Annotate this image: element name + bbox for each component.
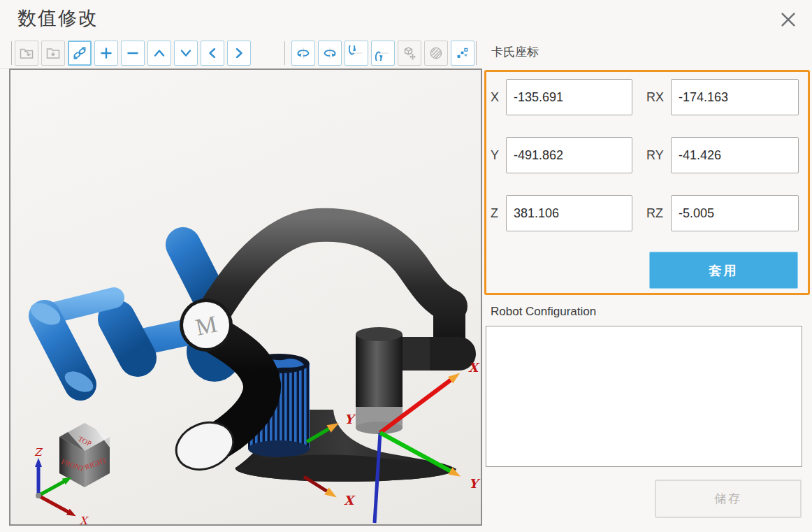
y-input[interactable] <box>506 137 632 173</box>
cartesian-section-title: 卡氏座标 <box>491 44 539 60</box>
tcp-y-label: Y <box>469 476 481 491</box>
scatter-points-button[interactable] <box>451 41 474 66</box>
robot-scene: M Y X X Y <box>10 70 481 524</box>
cartesian-coords-panel: X RX Y RY Z RZ 套用 <box>484 70 810 295</box>
scatter-points-icon <box>455 45 470 61</box>
zoom-in-button[interactable] <box>94 41 118 66</box>
import-folder-button[interactable] <box>41 41 65 66</box>
rx-input[interactable] <box>671 79 799 115</box>
triad-x-label: X <box>80 515 89 524</box>
toolbar-group-view <box>15 41 251 66</box>
rotate-up-icon <box>349 45 364 61</box>
chevron-up-icon <box>152 45 167 61</box>
base-x-label: X <box>344 493 356 508</box>
open-folder-icon <box>19 45 34 61</box>
sphere-shade-button[interactable] <box>424 41 448 66</box>
link-icon <box>72 45 87 61</box>
robot-configuration-list[interactable] <box>486 326 802 467</box>
cube-move-icon <box>402 45 417 61</box>
page-title: 数值修改 <box>17 6 99 31</box>
rz-label: RZ <box>646 195 663 231</box>
pan-right-button[interactable] <box>227 41 251 66</box>
view-cube[interactable]: TOP FRONT RIGHT <box>59 423 110 487</box>
rotate-up-button[interactable] <box>345 41 368 66</box>
toolbar-separator <box>476 41 477 65</box>
rotate-right-icon <box>322 45 338 61</box>
z-input[interactable] <box>506 195 632 231</box>
z-label: Z <box>491 195 498 231</box>
rotate-down-icon <box>375 45 391 61</box>
close-icon <box>778 9 798 30</box>
ry-label: RY <box>646 137 664 173</box>
chevron-down-icon <box>178 45 194 61</box>
pan-up-button[interactable] <box>147 41 171 66</box>
y-label: Y <box>491 137 499 173</box>
minus-icon <box>125 45 140 61</box>
ry-input[interactable] <box>671 137 799 173</box>
pan-left-button[interactable] <box>201 41 224 66</box>
pan-down-button[interactable] <box>174 41 198 66</box>
rz-input[interactable] <box>671 195 799 231</box>
toolbar <box>0 39 482 69</box>
open-folder-button[interactable] <box>15 41 38 66</box>
link-button[interactable] <box>68 41 92 66</box>
robot-arm-black: M <box>169 225 459 482</box>
x-input[interactable] <box>506 79 632 115</box>
toolbar-group-rotate <box>291 41 474 66</box>
toolbar-separator <box>11 41 12 65</box>
rotate-right-button[interactable] <box>318 41 342 66</box>
numeric-edit-dialog: 数值修改 <box>0 0 812 532</box>
3d-viewport[interactable]: M Y X X Y <box>9 69 482 526</box>
rx-label: RX <box>646 79 664 115</box>
x-label: X <box>491 79 499 115</box>
tcp-x-label: X <box>468 360 480 375</box>
import-folder-icon <box>45 45 61 61</box>
chevron-right-icon <box>231 45 247 61</box>
sphere-shade-icon <box>428 45 444 61</box>
zoom-out-button[interactable] <box>121 41 145 66</box>
save-button[interactable]: 储存 <box>655 480 802 518</box>
rotate-left-icon <box>296 45 311 61</box>
base-y-label: Y <box>345 412 356 426</box>
plus-icon <box>99 45 114 61</box>
toolbar-separator <box>284 41 285 65</box>
rotate-left-button[interactable] <box>291 41 315 66</box>
chevron-left-icon <box>205 45 220 61</box>
triad-z-label: Z <box>34 446 43 459</box>
close-button[interactable] <box>774 7 802 32</box>
rotate-down-button[interactable] <box>371 41 395 66</box>
apply-button[interactable]: 套用 <box>649 252 798 289</box>
cube-move-button[interactable] <box>398 41 421 66</box>
robot-configuration-title: Robot Configuration <box>491 305 596 319</box>
